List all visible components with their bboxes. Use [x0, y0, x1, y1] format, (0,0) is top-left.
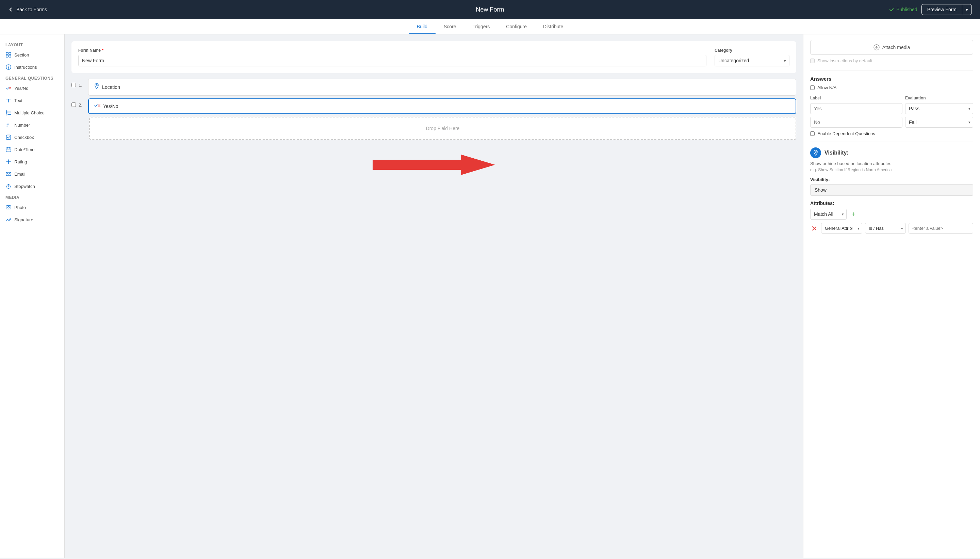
category-field: Category Uncategorized Category 1 Catego… [714, 48, 789, 66]
show-instructions-row: Show instructions by default [810, 58, 973, 63]
main-layout: Layout Section Instructions [0, 35, 980, 557]
svg-rect-25 [6, 206, 11, 209]
media-section-title: Media [0, 192, 64, 201]
tab-score[interactable]: Score [436, 19, 464, 34]
yesno-question-icon [94, 103, 101, 109]
allow-na-checkbox[interactable] [810, 86, 815, 90]
question-card-2[interactable]: Yes/No [88, 98, 796, 114]
preview-form-button[interactable]: Preview Form [922, 5, 962, 15]
tab-distribute[interactable]: Distribute [535, 19, 571, 34]
drop-zone-row: Drop Field Here [71, 117, 796, 140]
top-navigation: Back to Forms New Form Published Preview… [0, 0, 980, 19]
remove-attribute-button[interactable] [810, 224, 818, 233]
attribute-value-input[interactable] [909, 223, 973, 233]
show-instructions-label: Show instructions by default [817, 58, 873, 63]
tabs-bar: Build Score Triggers Configure Distribut… [0, 19, 980, 35]
no-label-input[interactable] [810, 117, 902, 128]
x-icon [812, 226, 817, 231]
svg-rect-0 [6, 53, 8, 55]
general-attribute-select-wrapper: General Attribute Region Country ▾ [821, 223, 862, 233]
check-icon [889, 7, 894, 12]
svg-point-26 [8, 207, 10, 208]
sidebar-item-section[interactable]: Section [0, 49, 64, 61]
back-label: Back to Forms [16, 7, 47, 12]
drop-zone[interactable]: Drop Field Here [89, 117, 796, 140]
attributes-label: Attributes: [810, 200, 973, 206]
general-questions-section-title: General Questions [0, 73, 64, 82]
answers-section: Answers Allow N/A [810, 76, 973, 90]
sidebar: Layout Section Instructions [0, 35, 64, 557]
fail-select-wrapper: FailPassN/A ▾ [905, 117, 973, 128]
attach-media-button[interactable]: Attach media [810, 40, 973, 55]
question-2-checkbox[interactable] [71, 103, 76, 107]
question-row-2: 2. Yes/No [71, 98, 796, 114]
sidebar-item-instructions[interactable]: Instructions [0, 61, 64, 73]
general-attribute-select[interactable]: General Attribute Region Country [821, 223, 862, 233]
enable-dependent-checkbox[interactable] [810, 131, 815, 136]
question-row-1: 1. Location [71, 79, 796, 96]
question-card-1[interactable]: Location [88, 79, 796, 96]
question-1-checkbox[interactable] [71, 83, 76, 87]
svg-rect-7 [6, 111, 7, 112]
condition-select[interactable]: Is / Has Is Not Contains [865, 223, 906, 233]
sidebar-item-email[interactable]: Email [0, 168, 64, 180]
visibility-value-input[interactable] [810, 184, 973, 196]
tab-build[interactable]: Build [409, 19, 436, 34]
email-icon [5, 171, 12, 177]
sidebar-item-number[interactable]: # Number [0, 119, 64, 131]
center-content: Form Name * Category Uncategorized Categ… [64, 35, 803, 557]
info-icon [5, 64, 12, 70]
show-instructions-checkbox[interactable] [810, 59, 815, 63]
question-1-label: Location [102, 84, 120, 90]
sidebar-item-text[interactable]: Text [0, 94, 64, 107]
visibility-example: e.g. Show Section If Region is North Ame… [810, 167, 973, 172]
sidebar-item-datetime[interactable]: Date/Time [0, 143, 64, 155]
pass-select-wrapper: PassFailN/A ▾ [905, 103, 973, 114]
tab-configure[interactable]: Configure [498, 19, 535, 34]
signature-icon [5, 217, 12, 223]
question-2-checkbox-wrapper [71, 98, 76, 114]
svg-rect-9 [6, 112, 7, 113]
svg-point-27 [96, 84, 97, 86]
location-icon [94, 83, 99, 91]
form-name-input[interactable] [78, 55, 706, 66]
preview-form-dropdown-button[interactable]: ▾ [962, 5, 972, 15]
answers-section-label: Answers [810, 76, 973, 82]
photo-icon [5, 204, 12, 210]
match-select[interactable]: Match All Match Any [810, 209, 846, 220]
evaluation-column-header: Evaluation [905, 96, 973, 101]
category-select[interactable]: Uncategorized Category 1 Category 2 [714, 55, 789, 66]
red-arrow [373, 153, 495, 177]
visibility-description: Show or hide based on location attribute… [810, 161, 973, 166]
svg-rect-20 [6, 172, 11, 176]
svg-point-30 [815, 151, 816, 152]
sidebar-item-yesno[interactable]: Yes/No [0, 82, 64, 94]
allow-na-label: Allow N/A [817, 85, 836, 90]
enable-dependent-row: Enable Dependent Questions [810, 131, 973, 136]
sidebar-item-checkbox[interactable]: Checkbox [0, 131, 64, 143]
tab-triggers[interactable]: Triggers [464, 19, 498, 34]
svg-rect-11 [6, 114, 7, 115]
add-attribute-button[interactable]: + [849, 210, 858, 219]
sidebar-item-rating[interactable]: Rating [0, 155, 64, 168]
back-to-forms-button[interactable]: Back to Forms [8, 7, 47, 12]
topnav-right-section: Published Preview Form ▾ [889, 4, 972, 15]
svg-point-19 [8, 161, 9, 162]
divider-2 [810, 142, 973, 142]
yes-label-input[interactable] [810, 103, 902, 114]
sidebar-item-photo[interactable]: Photo [0, 201, 64, 213]
question-2-number: 2. [79, 98, 86, 114]
sidebar-item-multiple-choice[interactable]: Multiple Choice [0, 107, 64, 119]
fail-select[interactable]: FailPassN/A [905, 117, 973, 128]
text-icon [5, 98, 12, 104]
right-panel: Attach media Show instructions by defaul… [803, 35, 980, 557]
grid-icon [5, 52, 12, 58]
multichoice-icon [5, 110, 12, 116]
questions-list: 1. Location 2. [71, 79, 796, 180]
pass-select[interactable]: PassFailN/A [905, 103, 973, 114]
stopwatch-icon [5, 183, 12, 189]
visibility-title: Visibility: [825, 150, 849, 156]
sidebar-item-signature[interactable]: Signature [0, 213, 64, 226]
label-column-header: Label [810, 96, 902, 101]
sidebar-item-stopwatch[interactable]: Stopwatch [0, 180, 64, 192]
